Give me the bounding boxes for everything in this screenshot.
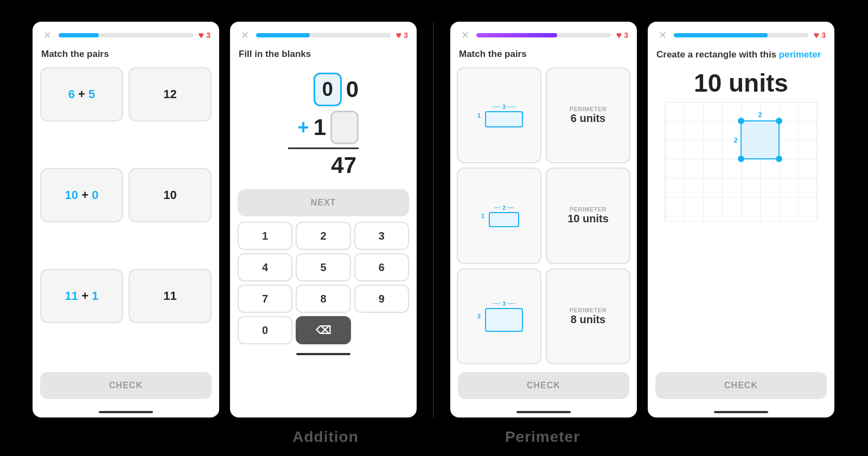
perim-card-rect-3[interactable]: ····· 3 ····· 2 <box>457 268 541 364</box>
screen-fill-blanks: ✕ ♥ 3 Fill in the blanks 0 0 + <box>230 22 417 418</box>
perim-card-rect-1[interactable]: ····· 3 ····· 1 <box>457 67 541 163</box>
numpad-7[interactable]: 7 <box>238 285 292 313</box>
home-bar-1 <box>99 411 153 413</box>
heart-icon-1: ♥ <box>199 30 205 41</box>
corner-tr[interactable] <box>776 118 782 124</box>
header-4: ✕ ♥ 3 <box>648 22 834 46</box>
progress-bar-fill-2 <box>256 33 310 37</box>
numpad-2[interactable]: 2 <box>296 222 350 250</box>
perim-card-rect-2[interactable]: ···· 2 ···· 1 <box>457 168 541 264</box>
rect-shape-3 <box>485 308 523 332</box>
perim-card-value-1[interactable]: PERIMETER 6 units <box>546 67 630 163</box>
perim-card-value-2[interactable]: PERIMETER 10 units <box>546 168 630 264</box>
add-result: 47 <box>331 152 359 178</box>
perim-value-1: 6 units <box>570 112 607 125</box>
grid-svg[interactable]: 2 2 <box>653 102 829 221</box>
v-separator <box>433 22 434 418</box>
pair-card-left-2[interactable]: 10 + 0 <box>40 168 123 222</box>
numpad-1[interactable]: 1 <box>238 222 292 250</box>
numpad-4[interactable]: 4 <box>238 253 292 281</box>
next-button[interactable]: NEXT <box>238 189 409 216</box>
header-2: ✕ ♥ 3 <box>230 22 417 46</box>
close-button-3[interactable]: ✕ <box>459 29 471 41</box>
top-row: 0 0 <box>314 73 359 106</box>
top-num-box[interactable]: 0 <box>314 73 342 106</box>
section-label-perimeter: Perimeter <box>434 428 651 446</box>
pair-card-left-1[interactable]: 6 + 5 <box>40 67 123 121</box>
check-button-4[interactable]: CHECK <box>655 372 827 399</box>
numpad-5[interactable]: 5 <box>296 253 350 281</box>
addition-display: 0 0 + 1 47 <box>288 73 359 178</box>
screen-title-1: Match the pairs <box>33 46 219 67</box>
perim-text-2: PERIMETER 10 units <box>567 206 609 225</box>
addition-label-spacer: Addition <box>217 428 434 446</box>
perim-text-3: PERIMETER 8 units <box>570 307 607 326</box>
numpad-delete[interactable]: ⌫ <box>296 316 350 344</box>
heart-icon-2: ♥ <box>396 30 402 41</box>
check-button-1[interactable]: CHECK <box>40 372 212 399</box>
home-indicator-3 <box>450 407 637 418</box>
heart-count-4: 3 <box>821 31 826 40</box>
numpad-9[interactable]: 9 <box>354 285 409 313</box>
hearts-3: ♥ 3 <box>616 30 628 41</box>
corner-tl[interactable] <box>738 118 744 124</box>
pair-card-left-3[interactable]: 11 + 1 <box>40 269 123 323</box>
progress-bar-bg-3 <box>476 33 611 37</box>
top-zero: 0 <box>346 76 359 102</box>
heart-count-1: 3 <box>206 31 210 40</box>
progress-bar-fill-1 <box>59 33 99 37</box>
heart-icon-3: ♥ <box>616 30 622 41</box>
screen-match-pairs-perimeter: ✕ ♥ 3 Match the pairs ····· 3 ····· 1 <box>450 22 637 418</box>
progress-bar-fill-3 <box>476 33 557 37</box>
perim-label-1: PERIMETER <box>570 106 607 112</box>
close-button-2[interactable]: ✕ <box>239 29 251 41</box>
pair-card-right-3[interactable]: 11 <box>129 269 212 323</box>
numpad-3[interactable]: 3 <box>354 222 409 250</box>
label-side-2: 1 <box>481 213 484 219</box>
home-bar-4 <box>714 411 768 413</box>
rect-shape-2 <box>489 212 519 227</box>
check-button-3[interactable]: CHECK <box>458 372 629 399</box>
empty-box[interactable] <box>330 111 359 144</box>
plus-symbol: + <box>298 116 309 139</box>
label-top-3: ····· 3 ····· <box>485 300 523 307</box>
pairs-grid-1: 6 + 5 12 10 + 0 10 11 + 1 11 <box>33 67 219 364</box>
header-3: ✕ ♥ 3 <box>450 22 637 46</box>
label-top-2: ···· 2 ···· <box>489 204 519 211</box>
screen-create-rectangle: ✕ ♥ 3 Create a rectangle with this perim… <box>648 22 834 418</box>
numpad-8[interactable]: 8 <box>296 285 350 313</box>
units-display: 10 units <box>648 63 834 102</box>
perim-value-3: 8 units <box>570 313 607 326</box>
perim-card-value-3[interactable]: PERIMETER 8 units <box>546 268 630 364</box>
rect-shape-1 <box>485 111 523 127</box>
hearts-2: ♥ 3 <box>396 30 408 41</box>
add-num-display: 1 <box>314 114 326 140</box>
numpad-0[interactable]: 0 <box>238 316 292 344</box>
pair-card-right-2[interactable]: 10 <box>129 168 212 222</box>
close-button-1[interactable]: ✕ <box>41 29 53 41</box>
section-labels-row: Addition Perimeter <box>0 418 868 456</box>
corner-bl[interactable] <box>738 156 744 162</box>
home-bar-2 <box>296 353 350 355</box>
fill-content: 0 0 + 1 47 NEXT 1 2 3 4 5 6 <box>230 67 417 418</box>
perim-label-3: PERIMETER <box>570 307 607 313</box>
add-line <box>288 147 359 149</box>
hearts-1: ♥ 3 <box>199 30 210 41</box>
close-button-4[interactable]: ✕ <box>656 29 668 41</box>
numpad-6[interactable]: 6 <box>354 253 409 281</box>
pair-card-right-1[interactable]: 12 <box>129 67 212 121</box>
label-side-3: 2 <box>477 313 481 319</box>
top-num: 0 <box>322 78 333 101</box>
numpad: 1 2 3 4 5 6 7 8 9 0 ⌫ <box>230 222 417 349</box>
rect-label-side-4: 2 <box>733 136 737 144</box>
home-indicator-4 <box>648 407 834 418</box>
perim-text-1: PERIMETER 6 units <box>570 106 607 125</box>
heart-icon-4: ♥ <box>814 30 820 41</box>
perimeter-label-area: Perimeter <box>434 428 651 446</box>
progress-bar-fill-4 <box>674 33 768 37</box>
corner-br[interactable] <box>776 156 782 162</box>
progress-bar-bg-4 <box>674 33 808 37</box>
label-side-1: 1 <box>477 112 481 119</box>
perim-value-2: 10 units <box>567 213 609 225</box>
pair-value-2: 10 <box>163 188 176 202</box>
